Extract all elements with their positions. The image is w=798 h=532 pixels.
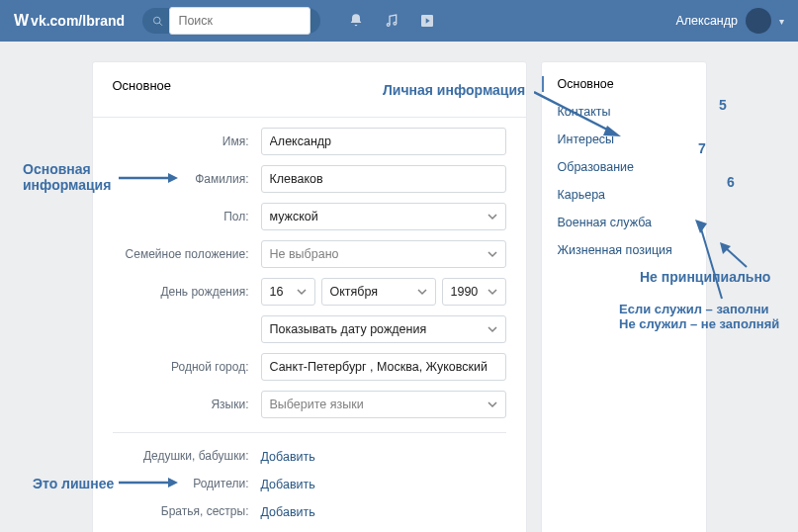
play-icon[interactable] <box>419 13 435 29</box>
url-text: vk.com/lbrand <box>31 13 125 29</box>
search-input[interactable] <box>169 7 310 35</box>
input-hometown[interactable] <box>261 353 506 381</box>
sidebar-item-education[interactable]: Образование <box>542 153 706 181</box>
row-bday-visibility: Показывать дату рождения <box>113 315 506 343</box>
svg-line-1 <box>159 22 162 25</box>
row-hometown: Родной город: <box>113 353 506 381</box>
chevron-down-icon: ▾ <box>779 16 784 27</box>
row-gender: Пол: мужской <box>113 203 506 230</box>
annotation-num-5: 5 <box>719 97 727 113</box>
svg-point-2 <box>387 24 390 27</box>
row-languages: Языки: Выберите языки <box>113 391 506 418</box>
label-grandparents: Дедушки, бабушки: <box>113 449 261 463</box>
sidebar-item-main[interactable]: Основное <box>542 70 706 98</box>
form: Имя: Фамилия: Пол: мужской Семейное поло… <box>93 118 526 520</box>
header-icons <box>348 13 435 29</box>
search-icon <box>152 15 163 28</box>
svg-point-0 <box>153 17 160 24</box>
chevron-down-icon <box>488 324 497 334</box>
select-bday-year[interactable]: 1990 <box>442 278 506 306</box>
chevron-down-icon <box>417 287 427 297</box>
annotation-num-6: 6 <box>727 174 735 190</box>
add-parents-link[interactable]: Добавить <box>261 478 315 491</box>
label-siblings: Братья, сестры: <box>113 504 261 518</box>
sidebar-item-beliefs[interactable]: Жизненная позиция <box>542 236 706 264</box>
row-siblings: Братья, сестры: Добавить <box>113 502 506 520</box>
select-bday-day[interactable]: 16 <box>261 278 315 306</box>
select-marital[interactable]: Не выбрано <box>261 240 506 268</box>
select-bday-month[interactable]: Октября <box>321 278 436 306</box>
select-marital-value: Не выбрано <box>270 247 339 261</box>
search-box[interactable] <box>142 8 320 34</box>
vk-logo-icon: W <box>14 12 29 30</box>
label-gender: Пол: <box>113 210 261 223</box>
music-icon[interactable] <box>384 13 399 29</box>
label-languages: Языки: <box>113 398 261 411</box>
label-name: Имя: <box>113 134 261 148</box>
sidebar-item-interests[interactable]: Интересы <box>542 126 706 153</box>
row-surname: Фамилия: <box>113 165 506 193</box>
header-bar: W vk.com/lbrand Александр ▾ <box>0 0 798 42</box>
row-marital: Семейное положение: Не выбрано <box>113 240 506 268</box>
sidebar-item-career[interactable]: Карьера <box>542 181 706 209</box>
add-siblings-link[interactable]: Добавить <box>261 505 315 519</box>
row-grandparents: Дедушки, бабушки: Добавить <box>113 447 506 465</box>
select-gender-value: мужской <box>270 210 318 223</box>
label-marital: Семейное положение: <box>113 247 261 261</box>
main-form-panel: Основное Имя: Фамилия: Пол: мужской <box>92 61 527 532</box>
chevron-down-icon <box>488 399 497 409</box>
label-parents: Родители: <box>113 477 261 490</box>
label-hometown: Родной город: <box>113 360 261 374</box>
header-user[interactable]: Александр ▾ <box>675 8 784 34</box>
row-name: Имя: <box>113 128 506 155</box>
input-name[interactable] <box>261 128 506 155</box>
annotation-num-7: 7 <box>698 140 706 156</box>
chevron-down-icon <box>488 212 497 222</box>
row-parents: Родители: Добавить <box>113 475 506 492</box>
svg-point-3 <box>394 22 397 25</box>
chevron-down-icon <box>488 249 497 259</box>
page-body: Основное Имя: Фамилия: Пол: мужской <box>0 42 798 532</box>
divider <box>113 432 506 433</box>
label-birthday: День рождения: <box>113 285 261 299</box>
sidebar-item-military[interactable]: Военная служба <box>542 209 706 236</box>
select-languages[interactable]: Выберите языки <box>261 391 506 418</box>
input-surname[interactable] <box>261 165 506 193</box>
chevron-down-icon <box>488 287 497 297</box>
sidebar-item-contacts[interactable]: Контакты <box>542 98 706 126</box>
label-surname: Фамилия: <box>113 172 261 186</box>
site-logo[interactable]: W vk.com/lbrand <box>14 12 125 30</box>
username: Александр <box>675 14 738 28</box>
select-bday-visibility[interactable]: Показывать дату рождения <box>261 315 506 343</box>
sidebar-nav: Основное Контакты Интересы Образование К… <box>541 61 707 532</box>
page-title: Основное <box>93 62 526 118</box>
bell-icon[interactable] <box>348 13 364 29</box>
add-grandparents-link[interactable]: Добавить <box>261 450 315 464</box>
avatar <box>746 8 771 34</box>
select-gender[interactable]: мужской <box>261 203 506 230</box>
chevron-down-icon <box>297 287 307 297</box>
row-birthday: День рождения: 16 Октября 1990 <box>113 278 506 306</box>
